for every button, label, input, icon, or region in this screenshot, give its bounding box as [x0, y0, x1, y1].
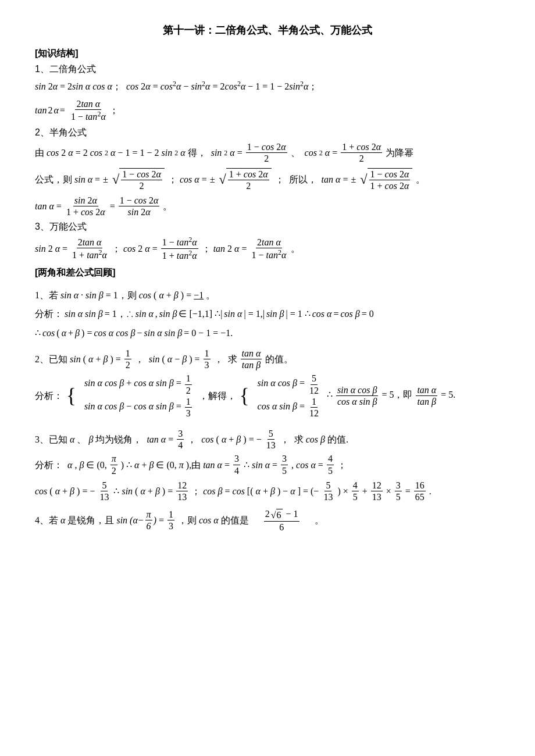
analysis-3-line2: cos(α + β) = − 5 13 ∴ sin(α + β) = 12 13… — [35, 480, 500, 502]
half-angle-header: 2、半角公式 — [35, 127, 500, 139]
analysis-2: 分析： { sin α cos β + cos α sin β = 1 2 si… — [35, 373, 500, 419]
problem-1: 1、若 sin α · sin β = 1，则 cos(α + β) = −1。 — [35, 287, 500, 303]
analysis-1-line1: 分析：sin α sin β = 1，∴ sin α, sin β ∈ [−1,… — [35, 306, 500, 322]
problem-2: 2、已知 sin(α + β) = 1 2 ， sin(α − β) = 1 3… — [35, 348, 500, 370]
double-angle-header: 1、二倍角公式 — [35, 63, 500, 76]
problem-3: 3、已知 α、β 均为锐角， tan α = 3 4 ， cos(α + β) … — [35, 428, 500, 451]
universal-formula: sin 2α = 2tan α 1 + tan2α ；cos 2α = 1 − … — [35, 236, 500, 261]
half-angle-formula-1: 由 cos 2α = 2cos2α − 1 = 1 − 2sin2α 得， si… — [35, 141, 500, 164]
analysis-1-line2: ∴ cos(α + β) = cos α cos β − sin α sin β… — [35, 325, 500, 341]
double-angle-formula-1: sin 2α = 2sin α cos α； cos 2α = cos2α − … — [35, 78, 500, 95]
page-title: 第十一讲：二倍角公式、半角公式、万能公式 — [35, 23, 500, 37]
half-angle-formula-2: 公式，则 sin α = ± √ 1 − cos 2α 2 ；cos α = ±… — [35, 168, 500, 191]
analysis-3-line1: 分析： α, β ∈ (0, π 2 ) ∴ α + β ∈ (0, π),由 … — [35, 453, 500, 476]
knowledge-structure-header: [知识结构] — [35, 48, 500, 60]
half-angle-tan: tan α = sin 2α 1 + cos 2α = 1 − cos 2α s… — [35, 195, 500, 217]
double-angle-formula-2: tan 2α = 2tan α 1 − tan2α ； — [35, 98, 500, 123]
review-header: [两角和差公式回顾] — [35, 267, 500, 279]
universal-header: 3、万能公式 — [35, 221, 500, 233]
problem-4: 4、若 α 是锐角，且 sin (α − π 6 ) = 1 3 ，则 cos … — [35, 508, 500, 533]
